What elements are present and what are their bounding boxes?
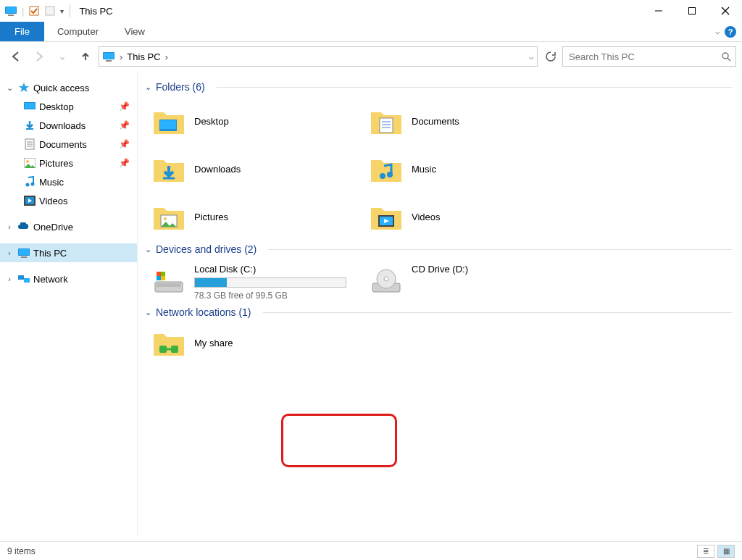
sidebar-item-label: Documents	[39, 139, 87, 150]
onedrive-icon	[17, 222, 30, 231]
recent-locations-button[interactable]: ⌵	[52, 46, 72, 67]
svg-point-42	[164, 217, 167, 220]
properties-icon[interactable]	[28, 5, 40, 17]
sidebar-item-desktop[interactable]: Desktop 📌	[0, 97, 137, 116]
minimize-button[interactable]	[642, 0, 675, 22]
chevron-down-icon[interactable]: ⌄	[4, 83, 14, 93]
file-tab[interactable]: File	[0, 22, 44, 41]
svg-point-23	[26, 183, 30, 187]
documents-folder-icon	[370, 104, 403, 138]
documents-icon	[23, 138, 36, 150]
sidebar-item-label: Pictures	[39, 158, 73, 169]
folder-desktop[interactable]: Desktop	[145, 97, 362, 145]
drive-cd-d[interactable]: CD Drive (D:)	[362, 259, 580, 304]
chevron-right-icon[interactable]: ›	[4, 275, 14, 283]
svg-rect-33	[160, 120, 176, 129]
sidebar-onedrive[interactable]: › OneDrive	[0, 217, 137, 236]
folder-videos[interactable]: Videos	[362, 193, 580, 241]
videos-icon	[23, 196, 36, 206]
sidebar-item-music[interactable]: Music	[0, 172, 137, 191]
chevron-right-icon[interactable]: ›	[4, 222, 14, 231]
this-pc-address-icon	[102, 51, 115, 62]
network-grid: My share	[145, 322, 732, 363]
cd-drive-icon	[370, 264, 403, 297]
sidebar-quick-access[interactable]: ⌄ Quick access	[0, 78, 137, 97]
pin-icon: 📌	[119, 158, 130, 168]
sidebar-item-label: Desktop	[39, 101, 74, 112]
sidebar-item-videos[interactable]: Videos	[0, 191, 137, 210]
search-box[interactable]	[562, 46, 736, 67]
folder-pictures[interactable]: Pictures	[145, 193, 362, 241]
svg-rect-46	[157, 283, 181, 287]
refresh-button[interactable]	[542, 48, 559, 65]
group-header-network[interactable]: ⌄ Network locations (1)	[145, 306, 732, 318]
pictures-icon	[23, 158, 36, 168]
sidebar-item-pictures[interactable]: Pictures 📌	[0, 154, 137, 172]
group-rule	[268, 249, 732, 250]
forward-button[interactable]	[29, 46, 49, 67]
status-bar: 9 items ≣ ▦	[0, 541, 742, 560]
sidebar-network[interactable]: › Network	[0, 269, 137, 288]
folder-label: Videos	[412, 212, 441, 222]
tab-computer[interactable]: Computer	[44, 22, 112, 41]
back-button[interactable]	[6, 46, 26, 67]
folder-documents[interactable]: Documents	[362, 97, 580, 145]
chevron-right-icon[interactable]: ›	[4, 248, 14, 257]
music-folder-icon	[370, 152, 403, 185]
content-pane: ⌄ Folders (6) Desktop Documents Download…	[138, 71, 742, 535]
svg-rect-48	[157, 272, 161, 276]
address-bar[interactable]: › This PC › ⌵	[99, 46, 538, 67]
pin-icon: 📌	[119, 101, 130, 112]
sidebar-item-downloads[interactable]: Downloads 📌	[0, 116, 137, 135]
folder-music[interactable]: Music	[362, 145, 580, 193]
svg-rect-28	[19, 249, 29, 255]
svg-rect-6	[689, 8, 696, 14]
star-icon	[17, 82, 30, 93]
group-header-drives[interactable]: ⌄ Devices and drives (2)	[145, 243, 732, 255]
address-dropdown-icon[interactable]: ⌵	[529, 52, 534, 62]
close-button[interactable]	[709, 0, 742, 22]
tab-view[interactable]: View	[112, 22, 158, 41]
network-icon	[17, 274, 30, 284]
svg-rect-4	[46, 7, 54, 15]
svg-rect-55	[159, 346, 167, 353]
folder-downloads[interactable]: Downloads	[145, 145, 362, 193]
this-pc-title-icon	[4, 6, 17, 16]
up-button[interactable]	[75, 46, 96, 67]
svg-rect-15	[25, 103, 35, 109]
folder-label: Music	[412, 164, 436, 175]
breadcrumb-this-pc[interactable]: This PC	[127, 51, 160, 62]
sidebar-item-label: Network	[33, 274, 68, 285]
breadcrumb-sep-root[interactable]: ›	[120, 51, 122, 62]
ribbon-collapse-icon[interactable]: ⌵	[715, 27, 720, 36]
drive-local-c[interactable]: Local Disk (C:) 78.3 GB free of 99.5 GB	[145, 259, 362, 304]
pin-icon: 📌	[119, 120, 130, 130]
sidebar-item-documents[interactable]: Documents 📌	[0, 135, 137, 154]
network-location-my-share[interactable]: My share	[145, 322, 362, 363]
breadcrumb-sep[interactable]: ›	[165, 51, 168, 62]
sidebar-this-pc[interactable]: › This PC	[0, 243, 137, 262]
search-icon[interactable]	[721, 51, 731, 62]
downloads-icon	[23, 120, 36, 131]
help-icon[interactable]: ?	[725, 26, 736, 38]
view-details-button[interactable]: ≣	[697, 545, 714, 558]
svg-rect-10	[104, 53, 114, 59]
group-header-folders[interactable]: ⌄ Folders (6)	[145, 81, 732, 93]
maximize-button[interactable]	[675, 0, 709, 22]
window-title: This PC	[79, 6, 112, 17]
folder-label: Downloads	[194, 164, 241, 175]
qat-separator: |	[22, 6, 24, 17]
chevron-down-icon: ⌄	[145, 245, 151, 254]
videos-folder-icon	[370, 200, 403, 233]
new-folder-icon[interactable]	[44, 5, 56, 17]
sidebar-item-label: OneDrive	[33, 222, 73, 233]
search-input[interactable]	[567, 51, 721, 63]
svg-rect-11	[106, 60, 112, 62]
svg-rect-30	[18, 275, 24, 280]
this-pc-icon	[17, 248, 30, 258]
group-rule	[217, 87, 732, 88]
downloads-folder-icon	[152, 152, 186, 185]
view-large-icons-button[interactable]: ▦	[717, 545, 735, 558]
folder-label: Pictures	[194, 212, 228, 222]
qat-dropdown-icon[interactable]: ▾	[60, 7, 64, 15]
